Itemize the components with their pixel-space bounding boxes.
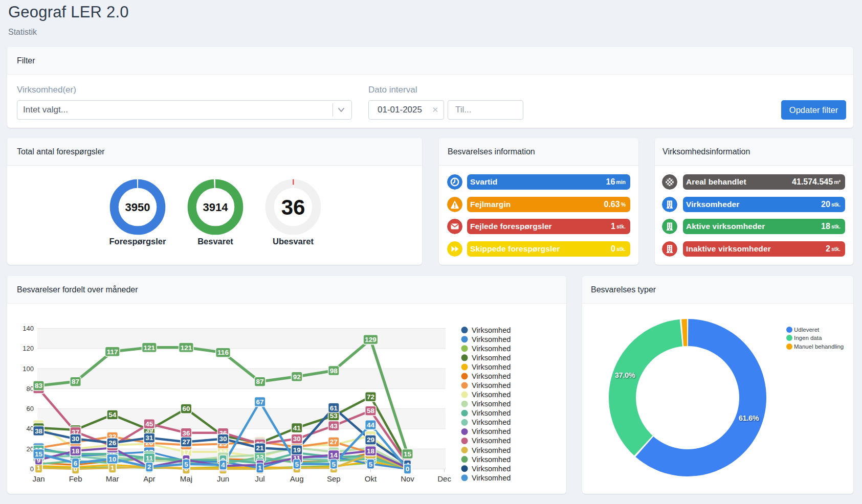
svg-text:61.6%: 61.6% bbox=[739, 414, 759, 422]
svg-text:37.0%: 37.0% bbox=[615, 371, 635, 379]
svg-text:Udleveret: Udleveret bbox=[794, 327, 820, 333]
svg-text:Ingen data: Ingen data bbox=[794, 335, 822, 341]
svg-text:Manuel behandling: Manuel behandling bbox=[794, 343, 844, 350]
